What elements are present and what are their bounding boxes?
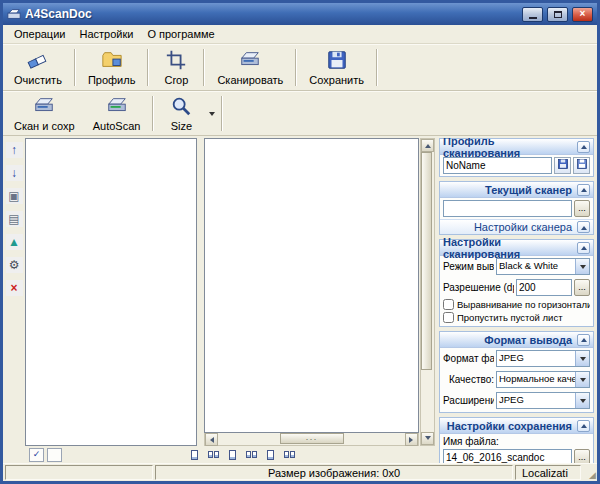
toolbar-separator	[152, 96, 154, 131]
quality-value: Нормальное качество	[497, 372, 575, 387]
collapse-button[interactable]	[577, 184, 590, 196]
toolbar-main: Очистить Профиль Crop Сканировать Сохран…	[3, 44, 597, 91]
profile-name-input[interactable]	[443, 157, 552, 174]
resolution-browse-button[interactable]: ...	[574, 279, 590, 296]
vertical-scroll-track[interactable]	[421, 152, 434, 432]
menu-item-operations[interactable]: Операции	[7, 26, 72, 42]
file-format-value: JPEG	[497, 351, 575, 366]
select-all-pages-toggle[interactable]: ✓	[29, 448, 44, 462]
dropdown-arrow-button[interactable]	[575, 372, 589, 387]
filename-browse-button[interactable]: ...	[574, 449, 590, 463]
quality-select[interactable]: Нормальное качество	[496, 371, 590, 388]
view-fit-width-button[interactable]	[224, 447, 240, 462]
dropdown-arrow-button[interactable]	[575, 351, 589, 366]
scanner-browse-button[interactable]: ...	[574, 200, 590, 217]
minimize-icon	[529, 17, 537, 19]
menu-item-about[interactable]: О программе	[140, 26, 221, 42]
copy-page-button[interactable]: ▤	[6, 211, 23, 227]
resolution-input[interactable]	[516, 279, 572, 296]
scroll-down-button[interactable]	[421, 432, 434, 445]
collapse-button[interactable]	[577, 334, 590, 346]
current-scanner-header[interactable]: Текущий сканер	[440, 182, 593, 198]
file-format-label: Формат файла:	[443, 353, 494, 364]
close-button[interactable]: ×	[572, 7, 593, 22]
preview-column: ··· ✓	[25, 138, 435, 463]
collapse-button[interactable]	[577, 420, 590, 432]
autoscan-button[interactable]: AutoScan	[84, 93, 150, 134]
maximize-button[interactable]	[547, 7, 568, 22]
profile-load-button[interactable]	[554, 157, 571, 174]
down-arrow-icon: ↓	[11, 167, 17, 179]
delete-page-button[interactable]: ×	[6, 280, 23, 296]
view-grid-button[interactable]	[281, 447, 297, 462]
section-scan-settings: Настройки сканирования Режим вывода: Bla…	[439, 239, 594, 327]
paste-page-button[interactable]: ▣	[6, 188, 23, 204]
clear-button-label: Очистить	[14, 74, 62, 86]
horizontal-scrollbar[interactable]: ···	[204, 433, 419, 446]
collapse-button[interactable]	[577, 221, 590, 233]
chevron-up-icon	[581, 421, 587, 428]
resize-grip-icon[interactable]: ◢	[583, 465, 595, 480]
collapse-button[interactable]	[577, 242, 590, 254]
dropdown-arrow-button[interactable]	[575, 393, 589, 408]
page-list-panel[interactable]	[25, 138, 197, 446]
app-window: A4ScanDoc × Операции Настройки О програм…	[0, 0, 600, 484]
horizontal-scroll-thumb[interactable]: ···	[280, 433, 344, 444]
page-icon	[208, 451, 213, 458]
page-settings-button[interactable]: ⚙	[6, 257, 23, 273]
vertical-scrollbar[interactable]	[420, 138, 435, 446]
size-button[interactable]: Size	[157, 93, 205, 134]
view-two-pages-button[interactable]	[205, 447, 221, 462]
crop-button[interactable]: Crop	[152, 46, 200, 89]
image-preview-panel[interactable]	[204, 138, 419, 433]
autoscan-label: AutoScan	[93, 120, 141, 132]
size-dropdown-button[interactable]	[205, 93, 218, 134]
horizontal-scroll-track[interactable]: ···	[218, 433, 405, 445]
profile-save-button[interactable]	[573, 157, 590, 174]
scan-and-save-button[interactable]: Скан и сохр	[5, 93, 84, 134]
save-button[interactable]: Сохранить	[300, 46, 373, 89]
move-page-up-button[interactable]: ↑	[6, 142, 23, 158]
profile-button[interactable]: Профиль	[79, 46, 145, 89]
file-format-select[interactable]: JPEG	[496, 350, 590, 367]
output-mode-select[interactable]: Black & White	[496, 258, 590, 275]
page-icon	[284, 451, 289, 458]
scanner-icon	[106, 95, 128, 119]
vertical-scroll-thumb[interactable]	[421, 152, 432, 370]
scroll-left-button[interactable]	[205, 433, 218, 446]
view-fit-page-button[interactable]	[243, 447, 259, 462]
minimize-button[interactable]	[522, 7, 543, 22]
crop-icon	[165, 49, 187, 73]
skip-blank-checkbox[interactable]	[443, 312, 454, 323]
align-horizontal-checkbox[interactable]	[443, 299, 454, 310]
menu-item-settings[interactable]: Настройки	[72, 26, 140, 42]
scanner-settings-bar[interactable]: Настройки сканера	[440, 219, 593, 234]
deselect-pages-toggle[interactable]	[47, 448, 62, 462]
scan-profile-header[interactable]: Профиль сканирования	[440, 139, 593, 155]
save-floppy-icon	[326, 49, 348, 73]
scanner-settings-label: Настройки сканера	[474, 221, 572, 233]
scan-button-label: Сканировать	[217, 74, 283, 86]
up-arrow-icon: ↑	[11, 144, 17, 156]
extension-select[interactable]: JPEG	[496, 392, 590, 409]
down-arrow-icon	[425, 436, 431, 443]
delete-x-icon: ×	[11, 282, 18, 294]
scanner-name-input[interactable]	[443, 200, 572, 217]
view-single-page-button[interactable]	[186, 447, 202, 462]
filename-input[interactable]	[443, 449, 572, 463]
collapse-button[interactable]	[577, 141, 590, 153]
chevron-up-icon	[581, 223, 587, 230]
move-page-down-button[interactable]: ↓	[6, 165, 23, 181]
page-icon	[290, 451, 295, 458]
scan-button[interactable]: Сканировать	[208, 46, 292, 89]
scroll-up-button[interactable]	[421, 139, 434, 152]
save-settings-header[interactable]: Настройки сохранения	[440, 418, 593, 434]
view-thumbnails-button[interactable]	[262, 447, 278, 462]
dropdown-arrow-button[interactable]	[575, 259, 589, 274]
clear-button[interactable]: Очистить	[5, 46, 71, 89]
scroll-right-button[interactable]	[405, 433, 418, 446]
scan-settings-header[interactable]: Настройки сканирования	[440, 240, 593, 256]
output-format-header[interactable]: Формат вывода	[440, 332, 593, 348]
gear-icon: ⚙	[9, 259, 20, 271]
rotate-page-button[interactable]: ▲	[6, 234, 23, 250]
